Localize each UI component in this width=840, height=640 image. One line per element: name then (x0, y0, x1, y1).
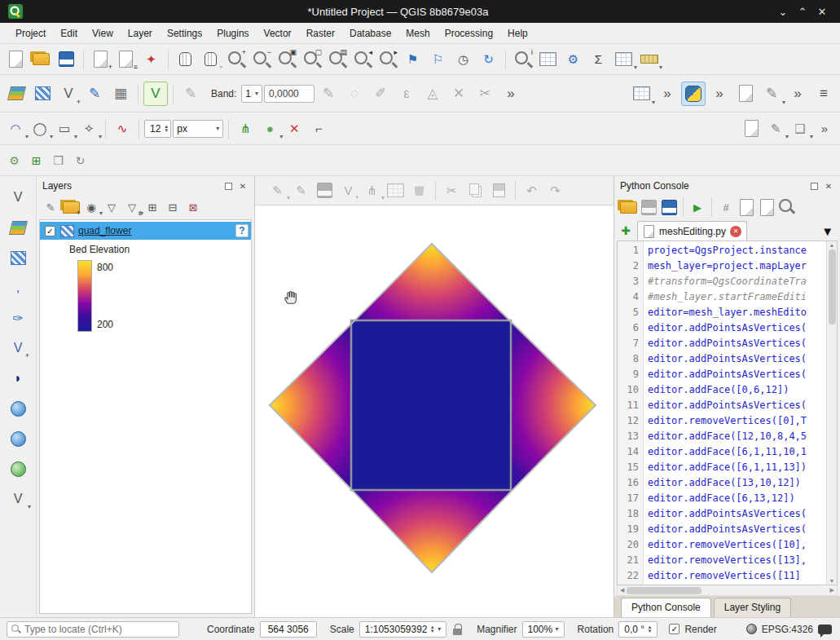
code-line[interactable]: editor.addFace([6,1,11,10,1 (648, 444, 826, 460)
tab-list-dropdown-icon[interactable]: ▼ (821, 224, 837, 241)
z-value-input[interactable] (264, 85, 314, 103)
editor-vertical-scrollbar[interactable]: ▲ ▼ (826, 241, 837, 585)
text-annotation-button[interactable] (740, 117, 763, 140)
find-text-button[interactable] (777, 197, 797, 217)
zoom-out-button[interactable]: − (249, 47, 273, 71)
add-raster-layer-button[interactable] (7, 216, 29, 239)
new-temporary-scratch-layer-button[interactable]: ✎ (82, 82, 107, 106)
code-line[interactable]: editor.removeVertices([11] (648, 568, 826, 584)
refine-current-face-button[interactable]: ◬ (420, 82, 445, 106)
temporal-controller-button[interactable]: ◷ (451, 47, 475, 71)
menu-project[interactable]: Project (8, 24, 53, 42)
code-editor[interactable]: 12345678910111213141516171819202122 proj… (617, 241, 838, 585)
code-line[interactable]: editor.addFace([13,10,12]) (648, 475, 826, 491)
locator-input[interactable] (24, 624, 174, 635)
mesh-digitizing-toolbar-toggle-button[interactable]: V (143, 82, 168, 106)
minimize-icon[interactable]: ⌄ (773, 6, 793, 18)
vertex-tool-button[interactable]: ⋔▾ (361, 179, 383, 201)
draw-rectangles-button[interactable]: ▭▾ (53, 117, 76, 140)
copy-features-button[interactable] (464, 179, 486, 201)
horizontal-scroll-thumb[interactable] (627, 587, 701, 594)
locator-search[interactable] (7, 621, 179, 638)
open-project-button[interactable] (29, 47, 53, 71)
cut-features-button[interactable]: ✂ (441, 179, 463, 201)
enable-tracing-button[interactable]: ⋔ (234, 117, 257, 140)
toggle-comment-button[interactable]: # (716, 197, 736, 217)
attribute-table-tools-button[interactable]: ▾ (612, 47, 635, 71)
remove-layer-group-button[interactable]: ⊠ (183, 197, 203, 217)
new-editor-tab-button[interactable]: ✚ (618, 223, 634, 239)
undo-button[interactable]: ↶ (521, 179, 543, 201)
refresh-map-button[interactable]: ↻ (477, 47, 500, 71)
code-line[interactable]: editor.addFace([12,10,8,4,5 (648, 429, 826, 444)
open-data-source-manager-button[interactable] (4, 82, 29, 106)
scroll-left-icon[interactable]: ◀ (620, 587, 624, 594)
save-script-as-button[interactable] (659, 197, 679, 217)
toggle-editing-button[interactable]: ✎ (290, 179, 312, 201)
add-postgis-layer-button[interactable]: V+ (7, 337, 29, 360)
filter-legend-by-expression-button[interactable]: ▽ε▾ (122, 197, 142, 217)
close-panel-icon[interactable]: ✕ (237, 182, 248, 191)
show-layout-manager-button[interactable]: ≡ (114, 47, 138, 71)
menu-edit[interactable]: Edit (53, 24, 85, 42)
add-group-button[interactable]: + (61, 197, 81, 217)
menu-raster[interactable]: Raster (299, 24, 342, 42)
code-line[interactable]: editor.removeVertices([13], (648, 553, 826, 568)
zoom-last-button[interactable]: ◂ (350, 47, 374, 71)
rotation-spinbox[interactable]: 0,0 ° ▲▼ (618, 621, 657, 638)
toolbar-menu-button[interactable]: ≡ (811, 82, 836, 106)
open-script-button[interactable] (618, 197, 638, 217)
modify-attributes-button[interactable] (385, 179, 407, 201)
identify-features-button[interactable]: i (511, 47, 534, 71)
code-line[interactable]: editor.addPointsAsVertices( (648, 320, 826, 336)
duplicate-features-button[interactable]: ❒ (48, 150, 68, 170)
add-wfs-layer-button[interactable] (7, 397, 29, 420)
annotation-tools-button[interactable]: ✎▾ (764, 117, 787, 140)
show-layout-shortcuts-button[interactable] (733, 82, 758, 106)
crs-status[interactable]: EPSG:4326 (762, 624, 813, 635)
open-layer-styling-panel-button[interactable]: ✎ (41, 197, 60, 217)
new-project-button[interactable] (4, 47, 28, 71)
split-selected-faces-button[interactable]: ✂ (473, 82, 497, 106)
code-line[interactable]: editor.addPointsAsVertices( (648, 398, 826, 413)
open-attribute-table-button[interactable] (536, 47, 560, 71)
draw-circles-button[interactable]: ◯▾ (29, 117, 51, 140)
zoom-to-selection-button[interactable]: ▢ (300, 47, 323, 71)
add-vector-layer-button[interactable]: V (7, 186, 29, 209)
show-statistical-summary-button[interactable]: Σ (587, 47, 610, 71)
menu-view[interactable]: View (85, 24, 121, 42)
add-wms-wmts-layer-button[interactable]: ◗ (7, 367, 29, 390)
layer-indicator-badge[interactable]: ? (235, 224, 248, 237)
digitize-with-curve-button[interactable]: ◠▾ (4, 117, 27, 140)
coordinate-display[interactable]: 564 3056 (260, 621, 317, 638)
menu-vector[interactable]: Vector (257, 24, 299, 42)
zoom-to-layer-button[interactable]: ▤ (325, 47, 349, 71)
python-console-toggle-button[interactable] (681, 82, 706, 106)
collapse-all-button[interactable]: ⊟ (163, 197, 183, 217)
transform-mesh-vertices-button[interactable]: ✐ (368, 82, 393, 106)
menu-layer[interactable]: Layer (121, 24, 160, 42)
select-mesh-elements-by-polygon-button[interactable]: ◌ (342, 82, 367, 106)
delete-selected-button[interactable] (408, 179, 430, 201)
code-line[interactable]: editor.addFace([6,1,11,13]) (648, 460, 826, 475)
delete-vertex-button[interactable]: ✕ (283, 117, 306, 140)
scroll-right-icon[interactable]: ▶ (830, 587, 834, 594)
zoom-next-button[interactable]: ▸ (376, 47, 399, 71)
add-spatialite-layer-button[interactable]: ✑ (7, 307, 29, 329)
float-console-icon[interactable] (811, 183, 818, 190)
balloon-annotation-button[interactable]: ❑▾ (789, 117, 811, 140)
toolbar-overflow-2-button[interactable]: » (707, 82, 732, 106)
digitize-mesh-button[interactable]: V+ (337, 179, 359, 201)
annotations-toolbar-button[interactable]: ✎▾ (759, 82, 784, 106)
pan-map-button[interactable] (174, 47, 197, 71)
tab-python-console[interactable]: Python Console (621, 598, 711, 617)
menu-mesh[interactable]: Mesh (398, 24, 437, 42)
redo-button[interactable]: ↷ (544, 179, 566, 201)
save-script-button[interactable] (639, 197, 658, 217)
code-line[interactable]: editor.removeVertices([0],T (648, 413, 826, 429)
code-line[interactable]: editor.addFace([0,6,12]) (648, 382, 826, 398)
style-manager-button[interactable]: ✦ (139, 47, 163, 71)
vertical-scroll-thumb[interactable] (829, 249, 836, 324)
filter-legend-button[interactable]: ▽ (102, 197, 121, 217)
new-spatial-bookmark-button[interactable]: ⚑ (401, 47, 424, 71)
